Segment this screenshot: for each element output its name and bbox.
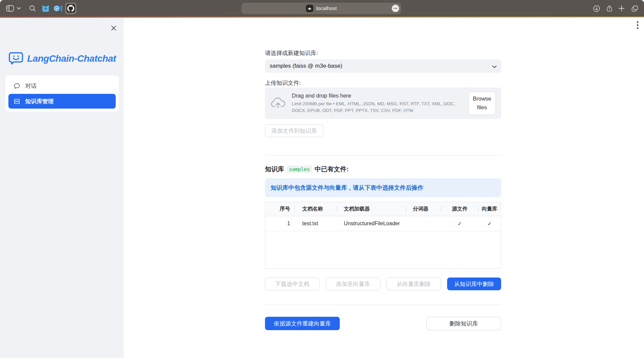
app-menu-button[interactable]	[637, 21, 639, 31]
cell-source-file-check: ✓	[441, 216, 479, 231]
close-icon	[111, 25, 117, 31]
chevron-down-icon	[17, 7, 21, 10]
sidebar-item-label: 对话	[25, 82, 37, 90]
main-content: 请选择或新建知识库: samples (faiss @ m3e-base) 上传…	[265, 0, 501, 362]
remove-from-vector-store-button[interactable]: 从向量库删除	[386, 278, 441, 290]
svg-text:★: ★	[55, 7, 58, 10]
sidebar-toggle-button[interactable]	[6, 0, 14, 17]
heading-prefix: 知识库	[265, 165, 284, 174]
divider	[265, 155, 501, 156]
dropzone-text: Drag and drop files here Limit 200MB per…	[292, 93, 464, 114]
app-window: ★ localhost	[0, 0, 644, 362]
files-table-header: 序号 文档名称 文档加载器 分词器 源文件 向量库	[265, 202, 501, 216]
delete-from-kb-button[interactable]: 从知识库中删除	[447, 278, 501, 290]
chevron-down-icon	[492, 63, 497, 70]
table-row[interactable]: 1 test.txt UnstructuredFileLoader ✓ ✓	[265, 216, 501, 231]
column-header-filename[interactable]: 文档名称	[294, 202, 337, 216]
kb-select-value: samples (faiss @ m3e-base)	[270, 63, 342, 69]
divider	[265, 305, 501, 305]
sidebar-menu: 对话 知识库管理	[5, 75, 119, 112]
info-alert: 知识库中包含源文件与向量库，请从下表中选择文件后操作	[265, 178, 501, 197]
knowledge-stack-icon	[13, 98, 20, 105]
kb-name-code: samples	[287, 166, 312, 173]
column-header-vector-store[interactable]: 向量库	[478, 202, 501, 216]
file-dropzone[interactable]: Drag and drop files here Limit 200MB per…	[265, 87, 501, 119]
sidebar-toggle-icon	[6, 5, 14, 12]
sidebar: LangChain-Chatchat 对话 知识库管理	[0, 18, 124, 358]
sidebar-close-button[interactable]	[111, 25, 117, 33]
cell-filename: test.txt	[294, 216, 337, 231]
app-logo: LangChain-Chatchat	[8, 51, 116, 66]
browse-files-button[interactable]: Browse files	[468, 92, 496, 115]
plus-icon	[618, 5, 625, 12]
cloud-upload-icon	[270, 97, 286, 109]
tab-overview-button[interactable]	[631, 0, 639, 17]
kb-select[interactable]: samples (faiss @ m3e-base)	[265, 59, 501, 73]
download-icon	[593, 5, 600, 12]
share-icon	[606, 4, 613, 12]
column-header-source-file[interactable]: 源文件	[441, 202, 479, 216]
file-actions-row: 下载选中文档 添加至向量库 从向量库删除 从知识库中删除	[265, 278, 501, 290]
dropzone-title: Drag and drop files here	[292, 93, 464, 99]
chat-bubble-icon	[13, 82, 20, 89]
sidebar-item-dialogue[interactable]: 对话	[8, 78, 116, 93]
github-extension-button[interactable]	[65, 0, 76, 17]
cell-vector-store-check: ✓	[478, 216, 501, 231]
new-tab-button[interactable]	[618, 0, 625, 17]
column-header-splitter[interactable]: 分词器	[406, 202, 441, 216]
uploader-label: 上传知识文件:	[265, 79, 301, 87]
chatbot-logo-icon	[8, 51, 24, 66]
github-active-highlight	[65, 3, 76, 14]
cell-loader: UnstructuredFileLoader	[337, 216, 406, 231]
cat-extension-button[interactable]	[41, 0, 50, 17]
rebuild-vector-store-button[interactable]: 依据源文件重建向量库	[265, 317, 340, 330]
column-header-index[interactable]: 序号	[265, 202, 294, 216]
tabs-icon	[631, 5, 639, 12]
star-rings-icon: ★	[53, 4, 62, 13]
cell-index: 1	[265, 216, 294, 231]
info-alert-text: 知识库中包含源文件与向量库，请从下表中选择文件后操作	[271, 184, 423, 192]
delete-kb-button[interactable]: 删除知识库	[426, 317, 501, 330]
sidebar-item-knowledge-base[interactable]: 知识库管理	[8, 94, 116, 109]
download-selected-button[interactable]: 下载选中文档	[265, 278, 320, 290]
kb-select-label: 请选择或新建知识库:	[265, 49, 318, 57]
search-icon	[29, 5, 36, 12]
github-icon	[66, 4, 75, 13]
kb-footer-actions: 依据源文件重建向量库 删除知识库	[265, 317, 501, 330]
heading-suffix: 中已有文件:	[315, 165, 348, 174]
files-table: 序号 文档名称 文档加载器 分词器 源文件 向量库 1 test.txt Uns…	[265, 202, 501, 269]
toolbar-search-button[interactable]	[29, 0, 36, 17]
dropzone-hint: Limit 200MB per file • EML, HTML, JSON, …	[292, 101, 464, 114]
kebab-icon	[637, 21, 639, 29]
kb-files-heading: 知识库 samples 中已有文件:	[265, 165, 348, 174]
column-header-loader[interactable]: 文档加载器	[337, 202, 406, 216]
rings-extension-button[interactable]: ★	[53, 0, 62, 17]
add-to-vector-store-button[interactable]: 添加至向量库	[326, 278, 380, 290]
cat-catch-icon	[41, 4, 50, 13]
add-files-to-kb-button[interactable]: 添加文件到知识库	[265, 124, 323, 137]
cell-splitter	[406, 216, 441, 231]
sidebar-item-label: 知识库管理	[25, 98, 54, 105]
app-logo-text: LangChain-Chatchat	[27, 53, 116, 64]
share-button[interactable]	[606, 0, 613, 17]
download-button[interactable]	[593, 0, 600, 17]
sidebar-toggle-chevron[interactable]	[17, 0, 21, 17]
